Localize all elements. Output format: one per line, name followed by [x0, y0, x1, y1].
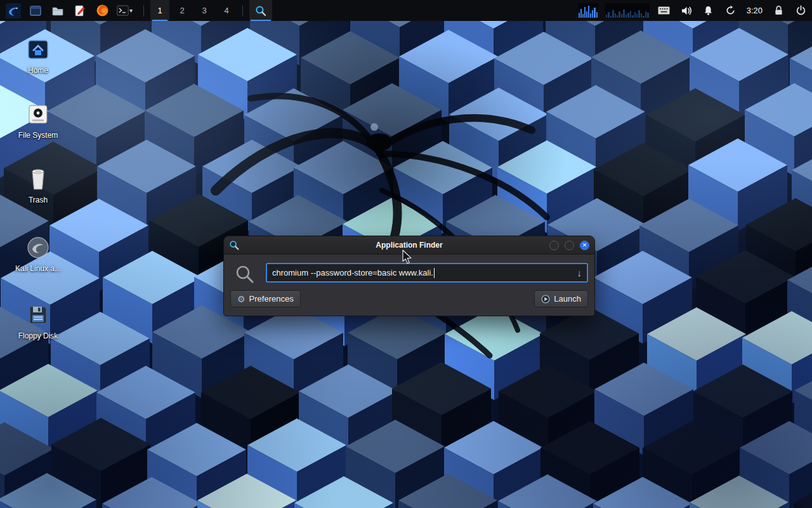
gear-icon: ⚙: [237, 295, 246, 304]
desktop-icon-label: File System: [18, 131, 58, 140]
mouse-cursor: [402, 250, 414, 265]
cpu-graph-widget[interactable]: [578, 3, 598, 18]
minimize-button[interactable]: [549, 241, 559, 250]
task-application-finder[interactable]: [249, 0, 272, 21]
window-controls: ✕: [549, 241, 589, 250]
command-input[interactable]: chromium --password-store=basic www.kali…: [266, 263, 588, 283]
clock[interactable]: 3:20: [745, 1, 764, 20]
terminal-icon: [117, 5, 129, 16]
firefox-icon: [96, 4, 109, 17]
launcher-text-editor[interactable]: [70, 1, 89, 20]
desktop-icon-label: Floppy Disk: [18, 332, 58, 341]
panel-left: ▾ 1 2 3 4: [4, 0, 272, 21]
window-title: Application Finder: [224, 241, 594, 250]
panel-separator: [242, 5, 243, 17]
notifications-indicator[interactable]: [701, 1, 716, 20]
keyboard-layout-indicator[interactable]: [657, 1, 672, 20]
launcher-terminal[interactable]: [115, 1, 130, 20]
workspace-1[interactable]: 1: [150, 0, 169, 21]
refresh-icon: [725, 5, 736, 16]
bell-icon: [703, 5, 714, 16]
lock-screen-button[interactable]: [771, 1, 786, 20]
logout-button[interactable]: [793, 1, 808, 20]
launch-label: Launch: [554, 294, 581, 304]
file-system-icon: [24, 100, 52, 128]
workspace-3[interactable]: 3: [195, 0, 214, 21]
kali-logo-icon: [5, 3, 22, 19]
update-indicator[interactable]: [723, 1, 738, 20]
applications-menu-button[interactable]: [4, 1, 23, 20]
lock-icon: [774, 5, 783, 16]
preferences-label: Preferences: [249, 294, 294, 304]
desktop-icon-trash[interactable]: Trash: [4, 165, 72, 205]
close-button[interactable]: ✕: [580, 241, 589, 250]
command-input-value: chromium --password-store=basic www.kali…: [272, 268, 433, 277]
power-icon: [796, 5, 806, 16]
desktop-icon-home[interactable]: Home: [4, 36, 72, 76]
kali-docs-icon: [24, 234, 52, 262]
desktop-icon-floppy-disk[interactable]: Floppy Disk: [4, 301, 72, 341]
application-finder-window: Application Finder ✕ chromium --password…: [223, 236, 595, 316]
net-graph-widget[interactable]: [605, 3, 650, 18]
desktop-icon-file-system[interactable]: File System: [4, 100, 72, 140]
text-editor-icon: [74, 4, 86, 17]
application-finder-task-icon: [255, 5, 266, 17]
volume-indicator[interactable]: [679, 1, 694, 20]
window-app-icon: [229, 240, 239, 250]
close-icon: ✕: [582, 243, 587, 248]
launch-icon: [541, 295, 550, 304]
window-icon: [29, 4, 42, 17]
speaker-icon: [681, 5, 692, 17]
search-icon: [235, 264, 255, 284]
panel-separator: [143, 5, 144, 17]
text-caret: [434, 268, 435, 278]
maximize-button[interactable]: [565, 241, 574, 250]
panel-right: 3:20: [578, 0, 808, 21]
launcher-firefox[interactable]: [93, 1, 112, 20]
desktop-icon-label: Trash: [29, 196, 48, 205]
terminal-dropdown-chevron[interactable]: ▾: [129, 7, 137, 14]
desktop-icon-label: Kali Linux a...: [15, 265, 61, 274]
launch-button[interactable]: Launch: [534, 290, 588, 307]
keyboard-icon: [658, 6, 670, 15]
trash-icon: [24, 165, 52, 193]
history-dropdown-arrow-icon[interactable]: ↓: [577, 267, 582, 278]
desktop-icon-label: Home: [28, 67, 48, 76]
workspace-4[interactable]: 4: [217, 0, 236, 21]
launcher-window-manager[interactable]: [26, 1, 45, 20]
home-icon: [24, 36, 52, 64]
clock-label: 3:20: [745, 6, 764, 15]
floppy-disk-icon: [24, 301, 52, 329]
top-panel: ▾ 1 2 3 4: [0, 0, 812, 21]
folder-icon: [51, 4, 64, 17]
button-row: ⚙ Preferences Launch: [230, 290, 588, 307]
launcher-file-manager[interactable]: [48, 1, 67, 20]
preferences-button[interactable]: ⚙ Preferences: [230, 290, 301, 307]
workspace-2[interactable]: 2: [173, 0, 192, 21]
desktop-icon-kali-docs[interactable]: Kali Linux a...: [4, 234, 72, 274]
